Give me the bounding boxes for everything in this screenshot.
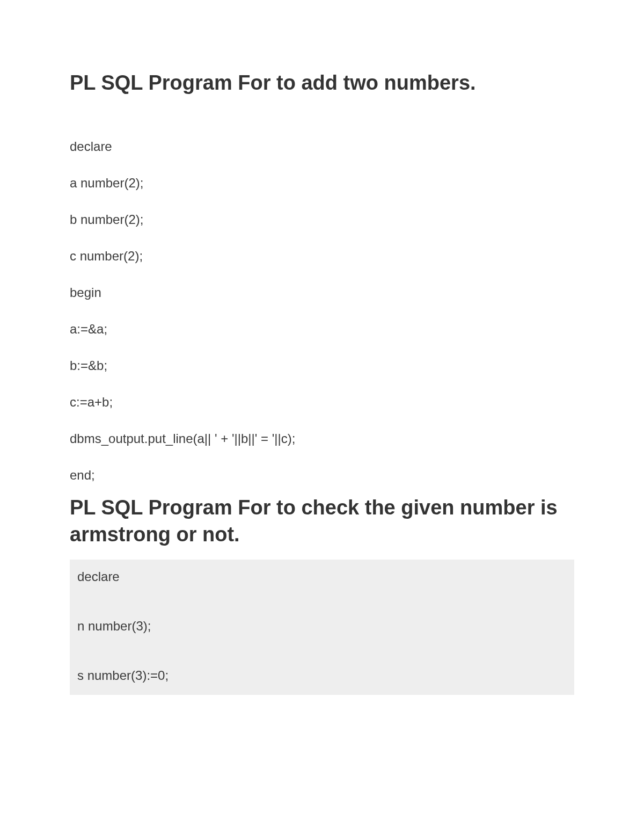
code-line: a:=&a; xyxy=(70,322,574,337)
section-heading-1: PL SQL Program For to add two numbers. xyxy=(70,70,574,96)
code-line: declare xyxy=(70,139,574,154)
code-line: end; xyxy=(70,468,574,483)
code-line: n number(3); xyxy=(77,619,567,634)
code-line: dbms_output.put_line(a|| ' + '||b||' = '… xyxy=(70,431,574,446)
code-block-1: declare a number(2); b number(2); c numb… xyxy=(70,139,574,483)
code-line: b:=&b; xyxy=(70,358,574,373)
code-line: c:=a+b; xyxy=(70,395,574,410)
code-block-2: declare n number(3); s number(3):=0; xyxy=(70,560,574,695)
code-line: c number(2); xyxy=(70,249,574,264)
code-line: s number(3):=0; xyxy=(77,668,567,683)
section-heading-2: PL SQL Program For to check the given nu… xyxy=(70,495,574,548)
code-line: begin xyxy=(70,285,574,300)
code-line: a number(2); xyxy=(70,176,574,191)
code-line: b number(2); xyxy=(70,212,574,227)
code-line: declare xyxy=(77,569,567,584)
